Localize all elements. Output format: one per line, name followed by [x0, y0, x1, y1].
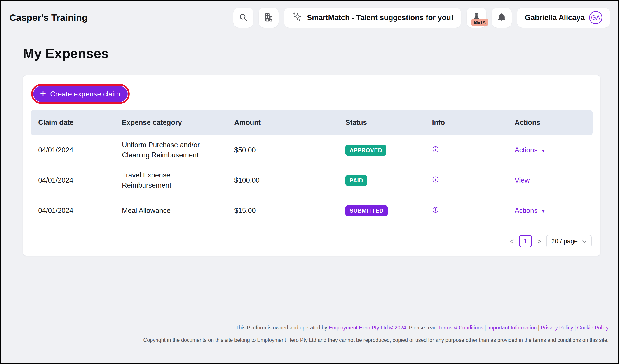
search-icon: [238, 13, 248, 23]
table-row: 04/01/2024 Meal Allowance $15.00 SUBMITT…: [31, 196, 592, 226]
column-header-claim-date: Claim date: [31, 119, 114, 127]
table-row: 04/01/2024 Uniform Purchase and/or Clean…: [31, 135, 592, 165]
separator: |: [573, 325, 577, 331]
avatar: GA: [589, 11, 602, 24]
smartmatch-label: SmartMatch - Talent suggestions for you!: [307, 13, 453, 22]
row-action-label: Actions: [515, 146, 538, 154]
separator: |: [537, 325, 541, 331]
info-button[interactable]: [432, 146, 439, 154]
footer-text: This Platform is owned and operated by: [236, 325, 329, 331]
info-icon: [432, 206, 439, 214]
terms-conditions-link[interactable]: Terms & Conditions: [438, 325, 483, 331]
organisation-button[interactable]: [259, 8, 279, 27]
user-menu-button[interactable]: Gabriella Alicaya GA: [517, 8, 610, 27]
brand-title: Casper's Training: [10, 13, 88, 23]
table-header-row: Claim date Expense category Amount Statu…: [31, 110, 592, 135]
important-information-link[interactable]: Important Information: [487, 325, 537, 331]
row-actions-dropdown[interactable]: Actions ▼: [515, 207, 545, 215]
info-button[interactable]: [432, 206, 439, 214]
chevron-down-icon: ▼: [541, 209, 546, 213]
column-header-expense-category: Expense category: [114, 119, 227, 127]
cell-amount: $100.00: [227, 176, 338, 185]
company-link[interactable]: Employment Hero Pty Ltd © 2024: [329, 325, 406, 331]
info-icon: [432, 176, 439, 184]
smartmatch-button[interactable]: SmartMatch - Talent suggestions for you!: [284, 8, 461, 27]
column-header-info: Info: [424, 119, 507, 127]
create-expense-highlight-ring: + Create expense claim: [31, 84, 130, 104]
cell-amount: $15.00: [227, 207, 338, 215]
cell-expense-category: Uniform Purchase and/or Cleaning Reimbus…: [114, 140, 227, 160]
page-size-select[interactable]: 20 / page: [546, 235, 592, 247]
bell-icon: [497, 13, 507, 23]
separator: |: [483, 325, 487, 331]
chevron-down-icon: ▼: [541, 148, 546, 153]
plus-icon: +: [40, 88, 46, 99]
search-button[interactable]: [233, 8, 253, 27]
footer-legal-line: This Platform is owned and operated by E…: [143, 325, 609, 331]
previous-page-button[interactable]: <: [510, 237, 514, 245]
column-header-amount: Amount: [227, 119, 338, 127]
page-size-value: 20 / page: [551, 238, 578, 245]
next-page-button[interactable]: >: [537, 237, 541, 245]
status-badge: SUBMITTED: [345, 205, 387, 216]
create-expense-claim-button[interactable]: + Create expense claim: [33, 86, 128, 102]
footer-copyright-line: Copyright in the documents on this site …: [143, 337, 609, 343]
cell-claim-date: 04/01/2024: [31, 176, 114, 185]
chevron-down-icon: [582, 238, 587, 245]
table-row: 04/01/2024 Travel Expense Reimbursement …: [31, 165, 592, 196]
column-header-status: Status: [338, 119, 424, 127]
beta-features-button[interactable]: BETA: [466, 8, 486, 27]
info-button[interactable]: [432, 176, 439, 184]
building-icon: [263, 12, 274, 23]
row-action-label: Actions: [515, 207, 538, 215]
cell-amount: $50.00: [227, 146, 338, 154]
pagination: < 1 > 20 / page: [31, 235, 592, 247]
notifications-button[interactable]: [492, 8, 512, 27]
column-header-actions: Actions: [507, 119, 592, 127]
page-title: My Expenses: [23, 46, 618, 61]
info-icon: [432, 146, 439, 154]
sparkle-icon: [292, 11, 302, 24]
row-actions-dropdown[interactable]: Actions ▼: [515, 146, 545, 154]
expenses-card: + Create expense claim Claim date Expens…: [23, 75, 601, 256]
footer-text: . Please read: [406, 325, 438, 331]
privacy-policy-link[interactable]: Privacy Policy: [541, 325, 573, 331]
user-name: Gabriella Alicaya: [525, 13, 585, 22]
top-navigation-bar: Casper's Training: [1, 1, 618, 34]
status-badge: APPROVED: [345, 145, 386, 156]
cell-expense-category: Travel Expense Reimbursement: [114, 170, 227, 190]
row-view-link[interactable]: View: [515, 176, 530, 185]
app-window: Casper's Training: [0, 0, 619, 364]
current-page-button[interactable]: 1: [519, 235, 532, 247]
create-expense-claim-label: Create expense claim: [50, 90, 120, 98]
row-action-label: View: [515, 176, 530, 185]
cookie-policy-link[interactable]: Cookie Policy: [577, 325, 609, 331]
topbar-actions: SmartMatch - Talent suggestions for you!…: [233, 8, 610, 27]
cell-claim-date: 04/01/2024: [31, 146, 114, 154]
status-badge: PAID: [345, 175, 367, 186]
cell-claim-date: 04/01/2024: [31, 207, 114, 215]
footer: This Platform is owned and operated by E…: [143, 325, 609, 343]
cell-expense-category: Meal Allowance: [114, 206, 227, 216]
beta-badge: BETA: [471, 19, 488, 26]
expenses-table: Claim date Expense category Amount Statu…: [31, 110, 592, 226]
